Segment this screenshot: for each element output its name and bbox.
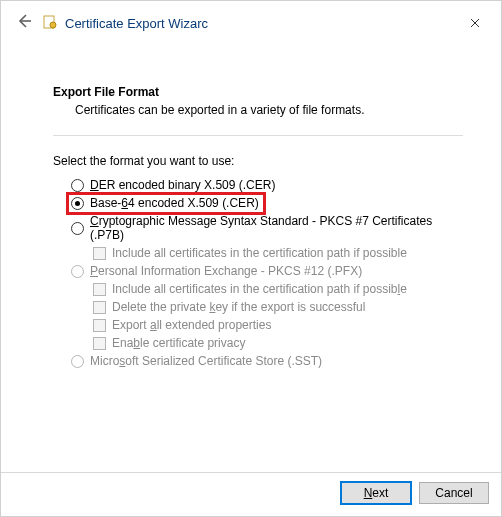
radio-base64[interactable]: Base-64 encoded X.509 (.CER)	[71, 196, 463, 210]
close-button[interactable]	[455, 9, 495, 37]
check-pfx-include: Include all certificates in the certific…	[93, 282, 463, 296]
radio-sst-label: Microsoft Serialized Certificate Store (…	[90, 354, 322, 368]
radio-base64-label: Base-64 encoded X.509 (.CER)	[90, 196, 259, 210]
page-heading: Export File Format	[53, 85, 463, 99]
check-label: Include all certificates in the certific…	[112, 246, 407, 260]
radio-der-label: DER encoded binary X.509 (.CER)	[90, 178, 275, 192]
radio-icon	[71, 179, 84, 192]
format-options: DER encoded binary X.509 (.CER) Base-64 …	[71, 178, 463, 368]
checkbox-icon	[93, 283, 106, 296]
check-pfx-privacy: Enable certificate privacy	[93, 336, 463, 350]
page-subheading: Certificates can be exported in a variet…	[75, 103, 463, 117]
window-title: Certificate Export Wizarc	[65, 16, 208, 31]
certificate-icon	[41, 13, 59, 33]
radio-icon	[71, 355, 84, 368]
checkbox-icon	[93, 319, 106, 332]
radio-icon	[71, 197, 84, 210]
check-pfx-delete: Delete the private key if the export is …	[93, 300, 463, 314]
format-prompt: Select the format you want to use:	[53, 154, 463, 168]
check-pfx-extended: Export all extended properties	[93, 318, 463, 332]
radio-sst: Microsoft Serialized Certificate Store (…	[71, 354, 463, 368]
radio-der[interactable]: DER encoded binary X.509 (.CER)	[71, 178, 463, 192]
svg-point-1	[50, 22, 56, 28]
checkbox-icon	[93, 247, 106, 260]
divider	[53, 135, 463, 136]
check-label: Enable certificate privacy	[112, 336, 245, 350]
radio-pfx: Personal Information Exchange - PKCS #12…	[71, 264, 463, 278]
check-label: Delete the private key if the export is …	[112, 300, 365, 314]
next-button[interactable]: Next	[341, 482, 411, 504]
radio-icon	[71, 222, 84, 235]
check-pkcs7-include: Include all certificates in the certific…	[93, 246, 463, 260]
check-label: Include all certificates in the certific…	[112, 282, 407, 296]
check-label: Export all extended properties	[112, 318, 271, 332]
titlebar: Certificate Export Wizarc	[1, 1, 501, 45]
footer: Next Cancel	[1, 472, 501, 516]
radio-pkcs7[interactable]: Cryptographic Message Syntax Standard - …	[71, 214, 463, 242]
radio-pfx-label: Personal Information Exchange - PKCS #12…	[90, 264, 362, 278]
content-area: Export File Format Certificates can be e…	[1, 45, 501, 368]
checkbox-icon	[93, 337, 106, 350]
cancel-button[interactable]: Cancel	[419, 482, 489, 504]
checkbox-icon	[93, 301, 106, 314]
radio-pkcs7-label: Cryptographic Message Syntax Standard - …	[90, 214, 463, 242]
radio-icon	[71, 265, 84, 278]
back-icon[interactable]	[15, 12, 41, 34]
